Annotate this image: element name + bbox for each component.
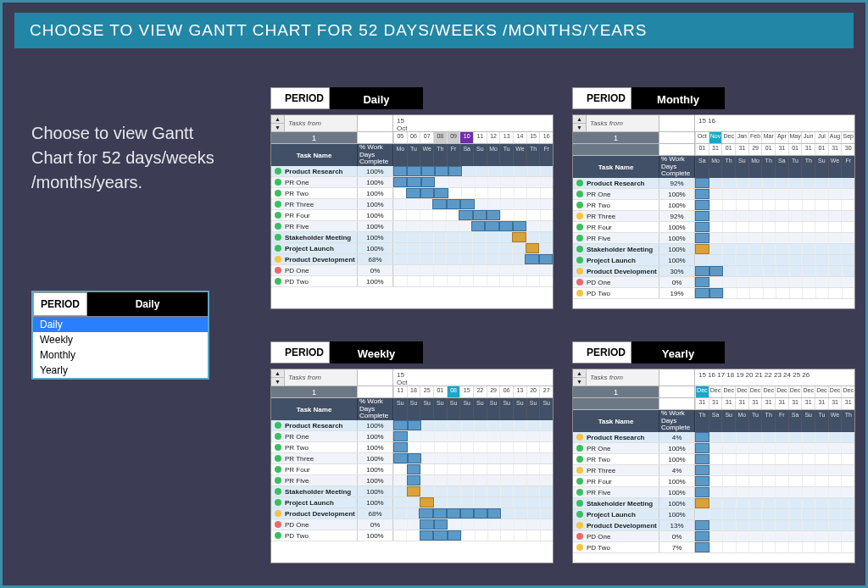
- gantt-cell: [406, 210, 419, 220]
- gantt-cell: [722, 222, 736, 232]
- chevron-down-icon[interactable]: ▼: [271, 378, 284, 386]
- gantt-cell: [775, 498, 788, 508]
- gantt-bars: [393, 486, 553, 496]
- gantt-cell: [722, 244, 736, 254]
- gantt-cell: [407, 519, 420, 530]
- task-row: PR Four 100%: [271, 210, 553, 221]
- dow-col: Su: [499, 398, 513, 420]
- gantt-cell: [841, 211, 854, 221]
- gantt-cell: [539, 442, 553, 452]
- gantt-cell: [526, 442, 540, 452]
- gantt-cell: [393, 464, 407, 474]
- date-col: 01: [433, 386, 447, 397]
- gantt-cell: [461, 519, 475, 530]
- gantt-cell: [828, 222, 842, 232]
- chevron-up-icon[interactable]: ▲: [573, 115, 586, 124]
- task-name: PD Two: [271, 530, 358, 541]
- gantt-cell: [435, 453, 448, 463]
- chevron-up-icon[interactable]: ▲: [271, 369, 284, 378]
- task-name: PR Three: [573, 465, 659, 475]
- period-value[interactable]: Yearly: [632, 341, 725, 363]
- dow-col: Su: [407, 398, 420, 420]
- gantt-cell: [473, 210, 487, 220]
- date-col: 14: [513, 132, 526, 143]
- period-value[interactable]: Monthly: [632, 87, 725, 109]
- date-col: Dec: [761, 386, 775, 397]
- gantt-cell: [421, 420, 435, 430]
- gantt-cell: [841, 531, 854, 541]
- gantt-cell: [473, 464, 487, 474]
- chevron-down-icon[interactable]: ▼: [573, 124, 586, 132]
- gantt-bars: [393, 210, 553, 220]
- gantt-cell: [433, 254, 447, 264]
- gantt-cell: [828, 200, 842, 210]
- gantt-cell: [775, 432, 788, 442]
- page-spinner[interactable]: ▲▼: [573, 115, 587, 132]
- date-col: Jan: [735, 132, 748, 143]
- period-value[interactable]: Weekly: [330, 341, 423, 363]
- gantt-cell: [420, 254, 433, 264]
- task-pct: 100%: [358, 177, 393, 187]
- gantt-cell: [393, 188, 406, 198]
- gantt-cell: [775, 277, 788, 287]
- chevron-down-icon[interactable]: ▼: [573, 378, 586, 386]
- gantt-cell: [447, 265, 460, 275]
- gantt-cell: [486, 254, 499, 264]
- task-row: PR One 100%: [271, 177, 553, 188]
- gantt-cell: [526, 475, 540, 485]
- dropdown-option-monthly[interactable]: Monthly: [33, 347, 208, 363]
- task-name: Project Launch: [271, 497, 358, 508]
- gantt-bars: [695, 542, 854, 552]
- date-col: 13: [499, 132, 513, 143]
- dropdown-option-daily[interactable]: Daily: [33, 317, 208, 332]
- gantt-cell: [526, 276, 540, 286]
- dropdown-option-weekly[interactable]: Weekly: [33, 332, 208, 347]
- gantt-cell: [828, 542, 842, 552]
- gantt-cell: [487, 431, 500, 441]
- dropdown-option-yearly[interactable]: Yearly: [33, 363, 208, 378]
- gantt-cell: [526, 188, 539, 198]
- dow-col: Su: [473, 144, 487, 166]
- page-number: 1: [271, 386, 358, 397]
- gantt-cell: [841, 189, 854, 199]
- gantt-cell: [393, 431, 408, 441]
- gantt-cell: [815, 233, 828, 243]
- gantt-cell: [695, 531, 709, 541]
- gantt-cell: [736, 487, 749, 497]
- chevron-up-icon[interactable]: ▲: [271, 115, 284, 124]
- gantt-cell: [762, 178, 776, 188]
- gantt-cell: [433, 243, 447, 253]
- col-work-days: % Work Days Complete: [659, 156, 695, 178]
- gantt-bars: [393, 276, 553, 286]
- date-col: Dec: [721, 386, 735, 397]
- dow-col: Th: [526, 144, 540, 166]
- date-col: Oct: [695, 132, 709, 143]
- period-value[interactable]: Daily: [330, 87, 423, 109]
- task-name: Product Development: [573, 266, 659, 276]
- gantt-bars: [393, 497, 553, 508]
- gantt-cell: [709, 454, 723, 464]
- chevron-down-icon[interactable]: ▼: [271, 124, 284, 132]
- page-spinner[interactable]: ▲▼: [271, 115, 285, 132]
- gantt-cell: [695, 266, 709, 276]
- gantt-cell: [828, 233, 842, 243]
- date-col: 31: [761, 398, 775, 409]
- status-dot: [576, 478, 583, 485]
- page-spinner[interactable]: ▲▼: [271, 369, 285, 386]
- gantt-cell: [526, 530, 539, 541]
- page-spinner[interactable]: ▲▼: [573, 369, 587, 386]
- gantt-cell: [460, 464, 474, 474]
- task-pct: 100%: [659, 233, 695, 243]
- gantt-cell: [500, 210, 513, 220]
- gantt-cell: [473, 431, 487, 441]
- gantt-cell: [514, 210, 526, 220]
- gantt-cell: [513, 486, 526, 496]
- gantt-cell: [393, 276, 407, 286]
- gantt-cell: [709, 277, 723, 287]
- gantt-bars: [393, 464, 553, 474]
- gantt-cell: [815, 454, 828, 464]
- period-dropdown[interactable]: Daily: [87, 292, 208, 316]
- dow-col: Su: [433, 398, 447, 420]
- gantt-cell: [737, 266, 750, 276]
- chevron-up-icon[interactable]: ▲: [573, 369, 586, 378]
